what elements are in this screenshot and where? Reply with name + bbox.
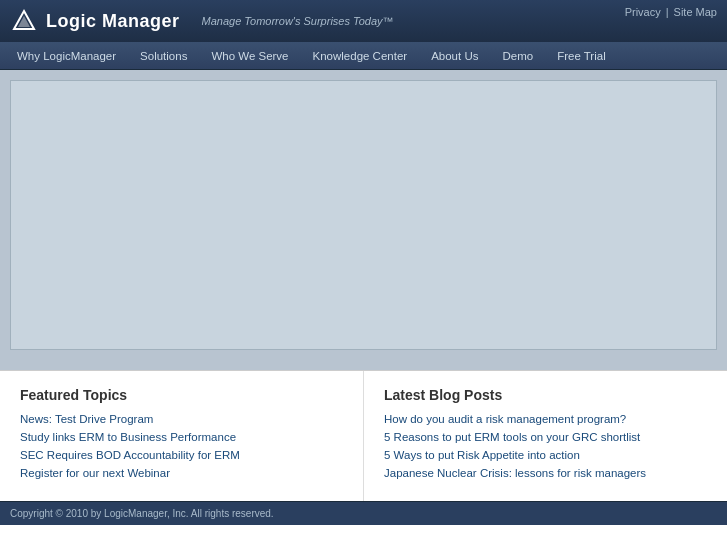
featured-topics: Featured Topics News: Test Drive Program…: [0, 371, 364, 501]
blog-post-link[interactable]: 5 Ways to put Risk Appetite into action: [384, 449, 707, 461]
blog-post-link[interactable]: Japanese Nuclear Crisis: lessons for ris…: [384, 467, 707, 479]
header-divider: |: [666, 6, 669, 18]
blog-post-link[interactable]: How do you audit a risk management progr…: [384, 413, 707, 425]
latest-blog: Latest Blog Posts How do you audit a ris…: [364, 371, 727, 501]
copyright-text: Copyright © 2010 by LogicManager, Inc. A…: [10, 508, 274, 519]
nav-item-about-us[interactable]: About Us: [419, 42, 490, 70]
featured-topic-link[interactable]: News: Test Drive Program: [20, 413, 343, 425]
main-nav: Why LogicManagerSolutionsWho We ServeKno…: [0, 42, 727, 70]
nav-item-solutions[interactable]: Solutions: [128, 42, 199, 70]
sitemap-link[interactable]: Site Map: [674, 6, 717, 18]
logo-icon: [10, 7, 38, 35]
privacy-link[interactable]: Privacy: [625, 6, 661, 18]
header-links: Privacy | Site Map: [625, 6, 717, 18]
blog-post-link[interactable]: 5 Reasons to put ERM tools on your GRC s…: [384, 431, 707, 443]
featured-topic-link[interactable]: SEC Requires BOD Accountability for ERM: [20, 449, 343, 461]
featured-topic-link[interactable]: Study links ERM to Business Performance: [20, 431, 343, 443]
featured-topics-title: Featured Topics: [20, 387, 343, 403]
nav-item-who-we-serve[interactable]: Who We Serve: [199, 42, 300, 70]
nav-item-free-trial[interactable]: Free Trial: [545, 42, 618, 70]
latest-blog-title: Latest Blog Posts: [384, 387, 707, 403]
site-footer: Copyright © 2010 by LogicManager, Inc. A…: [0, 501, 727, 525]
featured-topic-link[interactable]: Register for our next Webinar: [20, 467, 343, 479]
logo-text: Logic Manager: [46, 11, 180, 32]
slider-area: [10, 80, 717, 350]
nav-item-why-logicmanager[interactable]: Why LogicManager: [5, 42, 128, 70]
tagline: Manage Tomorrow's Surprises Today™: [202, 15, 394, 27]
site-header: Logic Manager Manage Tomorrow's Surprise…: [0, 0, 727, 42]
bottom-section: Featured Topics News: Test Drive Program…: [0, 370, 727, 501]
main-content: [0, 70, 727, 370]
logo-area: Logic Manager Manage Tomorrow's Surprise…: [10, 7, 394, 35]
nav-item-knowledge-center[interactable]: Knowledge Center: [301, 42, 420, 70]
nav-item-demo[interactable]: Demo: [490, 42, 545, 70]
